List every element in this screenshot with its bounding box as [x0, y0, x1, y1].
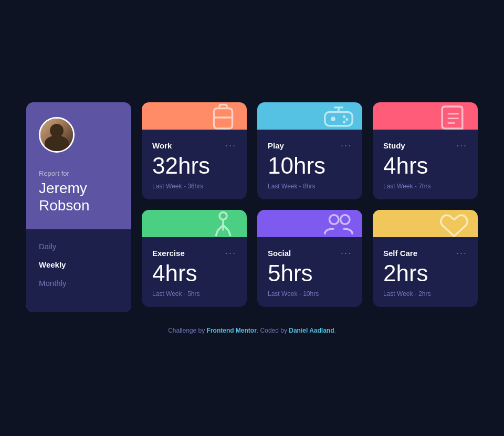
svg-point-4	[345, 118, 348, 120]
svg-point-13	[341, 215, 350, 224]
card-last-social: Last Week - 10hrs	[268, 290, 352, 297]
card-hours-exercise: 4hrs	[152, 262, 236, 285]
avatar-image	[40, 119, 73, 151]
social-icon	[320, 210, 357, 237]
card-last-study: Last Week - 7hrs	[383, 183, 467, 190]
dashboard: Report for Jeremy Robson DailyWeeklyMont…	[26, 102, 478, 312]
card-hours-social: 5hrs	[268, 262, 352, 285]
card-menu-work[interactable]: ···	[225, 140, 236, 151]
card-hours-study: 4hrs	[383, 154, 467, 177]
profile-top: Report for Jeremy Robson	[26, 102, 131, 229]
card-social[interactable]: Social ··· 5hrs Last Week - 10hrs	[257, 210, 362, 307]
card-bg-selfcare	[373, 210, 478, 237]
card-title-exercise: Exercise	[152, 249, 185, 258]
cards-grid: Work ··· 32hrs Last Week - 36hrs Play ··…	[142, 102, 478, 307]
card-menu-exercise[interactable]: ···	[225, 248, 236, 259]
card-menu-selfcare[interactable]: ···	[456, 248, 467, 259]
svg-point-5	[343, 121, 345, 123]
svg-point-11	[219, 212, 227, 219]
card-header-exercise: Exercise ···	[152, 248, 236, 259]
card-content-selfcare: Self Care ··· 2hrs Last Week - 2hrs	[373, 237, 478, 307]
nav-item-weekly[interactable]: Weekly	[39, 260, 119, 269]
exercise-icon	[205, 210, 242, 237]
svg-point-12	[330, 215, 339, 224]
card-exercise[interactable]: Exercise ··· 4hrs Last Week - 5hrs	[142, 210, 247, 307]
svg-point-3	[343, 115, 345, 118]
card-header-selfcare: Self Care ···	[383, 248, 467, 259]
nav-item-daily[interactable]: Daily	[39, 242, 119, 251]
card-title-study: Study	[383, 141, 405, 150]
card-play[interactable]: Play ··· 10hrs Last Week - 8hrs	[257, 102, 362, 199]
card-menu-study[interactable]: ···	[456, 140, 467, 151]
card-menu-social[interactable]: ···	[341, 248, 352, 259]
selfcare-icon	[436, 210, 472, 237]
card-bg-exercise	[142, 210, 247, 237]
play-icon	[320, 102, 357, 130]
avatar	[39, 117, 75, 153]
coder-link[interactable]: Daniel Aadland	[289, 327, 334, 334]
study-icon	[436, 102, 472, 130]
card-hours-play: 10hrs	[268, 154, 352, 177]
card-last-work: Last Week - 36hrs	[152, 183, 236, 190]
card-last-selfcare: Last Week - 2hrs	[383, 290, 467, 297]
svg-rect-1	[325, 112, 353, 125]
user-name: Jeremy Robson	[39, 179, 119, 215]
card-header-social: Social ···	[268, 248, 352, 259]
nav-item-monthly[interactable]: Monthly	[39, 279, 119, 288]
card-header-work: Work ···	[152, 140, 236, 151]
card-bg-play	[257, 102, 362, 130]
report-label: Report for	[39, 169, 119, 177]
card-content-social: Social ··· 5hrs Last Week - 10hrs	[257, 237, 362, 307]
card-last-exercise: Last Week - 5hrs	[152, 290, 236, 297]
card-bg-work	[142, 102, 247, 130]
frontend-mentor-link[interactable]: Frontend Mentor	[207, 327, 257, 334]
card-work[interactable]: Work ··· 32hrs Last Week - 36hrs	[142, 102, 247, 199]
card-study[interactable]: Study ··· 4hrs Last Week - 7hrs	[373, 102, 478, 199]
card-header-study: Study ···	[383, 140, 467, 151]
card-title-selfcare: Self Care	[383, 249, 417, 258]
card-title-social: Social	[268, 249, 291, 258]
card-header-play: Play ···	[268, 140, 352, 151]
profile-nav: DailyWeeklyMonthly	[26, 229, 131, 312]
card-menu-play[interactable]: ···	[341, 140, 352, 151]
card-hours-selfcare: 2hrs	[383, 262, 467, 285]
card-content-study: Study ··· 4hrs Last Week - 7hrs	[373, 130, 478, 199]
card-last-play: Last Week - 8hrs	[268, 183, 352, 190]
card-title-play: Play	[268, 141, 284, 150]
work-icon	[205, 102, 242, 130]
svg-point-2	[331, 116, 335, 121]
footer: Challenge by Frontend Mentor. Coded by D…	[168, 327, 336, 334]
card-content-work: Work ··· 32hrs Last Week - 36hrs	[142, 130, 247, 199]
card-content-exercise: Exercise ··· 4hrs Last Week - 5hrs	[142, 237, 247, 307]
card-title-work: Work	[152, 141, 172, 150]
card-hours-work: 32hrs	[152, 154, 236, 177]
card-bg-study	[373, 102, 478, 130]
card-selfcare[interactable]: Self Care ··· 2hrs Last Week - 2hrs	[373, 210, 478, 307]
profile-card: Report for Jeremy Robson DailyWeeklyMont…	[26, 102, 131, 312]
card-content-play: Play ··· 10hrs Last Week - 8hrs	[257, 130, 362, 199]
card-bg-social	[257, 210, 362, 237]
